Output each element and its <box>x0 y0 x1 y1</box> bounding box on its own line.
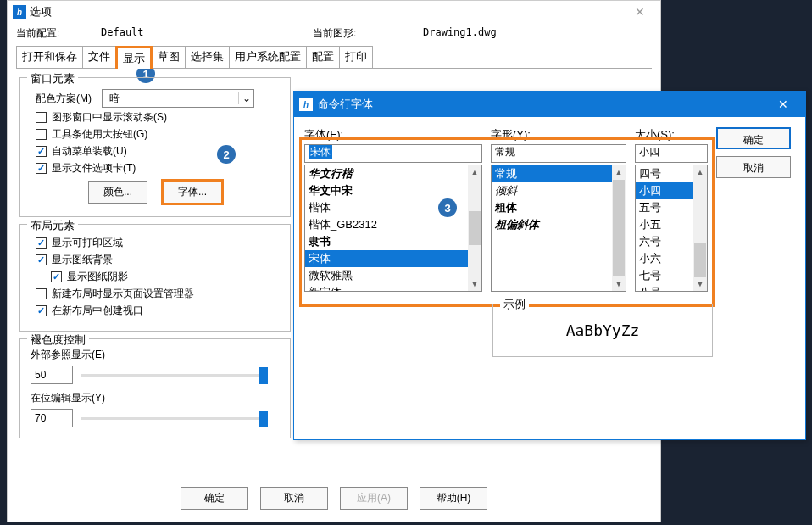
config-value: Default <box>101 26 313 41</box>
style-listbox[interactable]: 常规 倾斜 粗体 粗偏斜体 ▲▼ <box>491 165 626 292</box>
color-scheme-value: 暗 <box>103 92 238 106</box>
list-item[interactable]: 华文行楷 <box>305 165 468 182</box>
font-dialog: h 命令行字体 ✕ 3 字体(F): 宋体 华文行楷 华文中宋 楷体 楷体_GB… <box>293 91 806 440</box>
list-item[interactable]: 倾斜 <box>492 182 612 199</box>
viewport-label: 在新布局中创建视口 <box>52 304 143 318</box>
fade-inplace-input[interactable] <box>31 409 73 427</box>
scrollbar[interactable]: ▲▼ <box>468 165 481 291</box>
pagesetup-label: 新建布局时显示页面设置管理器 <box>52 287 194 301</box>
size-label: 大小(S): <box>635 127 708 142</box>
list-item[interactable]: 隶书 <box>305 233 468 250</box>
size-listbox[interactable]: 四号 小四 五号 小五 六号 小六 七号 八号 ▲▼ <box>635 165 708 292</box>
drawing-value: Drawing1.dwg <box>423 26 497 41</box>
fade-inplace-slider[interactable] <box>81 417 268 420</box>
list-item[interactable]: 微软雅黑 <box>305 267 468 284</box>
list-item[interactable]: 七号 <box>636 267 693 284</box>
style-label: 字形(Y): <box>491 127 626 142</box>
color-button[interactable]: 颜色... <box>88 181 147 204</box>
printable-checkbox[interactable] <box>36 237 47 249</box>
layout-group-title: 布局元素 <box>27 218 78 233</box>
config-row: 当前配置: Default 当前图形: Drawing1.dwg <box>8 23 660 46</box>
callout-2: 2 <box>217 145 236 164</box>
font-label: 字体(F): <box>304 127 482 142</box>
fade-xref-slider[interactable] <box>81 374 268 377</box>
paperbg-checkbox[interactable] <box>36 254 47 265</box>
font-dialog-title: 命令行字体 <box>318 97 766 112</box>
list-item[interactable]: 六号 <box>636 233 693 250</box>
list-item[interactable]: 楷体_GB2312 <box>305 216 468 233</box>
style-input[interactable]: 常规 <box>491 144 626 163</box>
automenu-label: 自动菜单装载(U) <box>52 144 127 159</box>
callout-3: 3 <box>438 198 457 217</box>
scrollbar-checkbox[interactable] <box>36 112 47 123</box>
fade-xref-label: 外部参照显示(E) <box>31 348 280 362</box>
tab-print[interactable]: 打印 <box>339 46 373 69</box>
fade-control-group: 褪色度控制 外部参照显示(E) 在位编辑显示(Y) <box>19 338 291 438</box>
list-item[interactable]: 华文中宋 <box>305 182 468 199</box>
options-titlebar: h 选项 ✕ <box>8 1 660 23</box>
sample-group: 示例 AaBbYyZz <box>492 304 713 357</box>
close-icon[interactable]: ✕ <box>766 98 800 111</box>
help-button[interactable]: 帮助(H) <box>420 487 487 510</box>
tab-open-save[interactable]: 打开和保存 <box>16 46 83 69</box>
bigbtn-checkbox[interactable] <box>36 129 47 140</box>
fade-xref-input[interactable] <box>31 366 73 384</box>
tab-user[interactable]: 用户系统配置 <box>229 46 307 69</box>
app-icon: h <box>299 98 313 111</box>
window-group-title: 窗口元素 <box>27 71 78 87</box>
papershadow-checkbox[interactable] <box>51 271 62 282</box>
font-titlebar: h 命令行字体 ✕ <box>294 92 805 117</box>
apply-button[interactable]: 应用(A) <box>340 487 408 510</box>
size-input[interactable]: 小四 <box>635 144 708 163</box>
list-item[interactable]: 小五 <box>636 216 693 233</box>
close-icon[interactable]: ✕ <box>625 5 655 19</box>
tab-files[interactable]: 文件 <box>82 46 116 69</box>
viewport-checkbox[interactable] <box>36 305 47 316</box>
font-button[interactable]: 字体... <box>163 181 222 204</box>
drawing-label: 当前图形: <box>313 26 423 41</box>
config-label: 当前配置: <box>16 26 101 41</box>
tab-config[interactable]: 配置 <box>306 46 340 69</box>
tab-sketch[interactable]: 草图 <box>152 46 186 69</box>
list-item[interactable]: 常规 <box>492 165 612 182</box>
printable-label: 显示可打印区域 <box>52 236 123 250</box>
list-item[interactable]: 小六 <box>636 250 693 267</box>
cancel-button[interactable]: 取消 <box>260 487 328 510</box>
tab-display[interactable]: 显示 <box>115 46 153 69</box>
pagesetup-checkbox[interactable] <box>36 288 47 299</box>
fade-group-title: 褪色度控制 <box>27 332 89 348</box>
list-item[interactable]: 粗体 <box>492 199 612 216</box>
list-item[interactable]: 五号 <box>636 199 693 216</box>
fade-inplace-label: 在位编辑显示(Y) <box>31 391 280 405</box>
font-input[interactable]: 宋体 <box>304 144 482 163</box>
list-item[interactable]: 四号 <box>636 165 693 182</box>
color-scheme-combo[interactable]: 暗 ⌄ <box>102 89 254 108</box>
window-elements-group: 窗口元素 配色方案(M) 暗 ⌄ 图形窗口中显示滚动条(S) 工具条使用大按钮(… <box>19 77 291 217</box>
list-item[interactable]: 小四 <box>636 182 693 199</box>
list-item[interactable]: 宋体 <box>305 250 468 267</box>
font-cancel-button[interactable]: 取消 <box>716 156 791 178</box>
list-item[interactable]: 粗偏斜体 <box>492 216 612 233</box>
sample-text: AaBbYyZz <box>503 321 702 339</box>
chevron-down-icon: ⌄ <box>238 92 253 104</box>
filetabs-label: 显示文件选项卡(T) <box>52 161 136 176</box>
color-scheme-label: 配色方案(M) <box>36 92 102 106</box>
options-title: 选项 <box>30 4 625 20</box>
list-item[interactable]: 八号 <box>636 284 693 291</box>
scrollbar[interactable]: ▲▼ <box>693 165 707 291</box>
automenu-checkbox[interactable] <box>36 146 47 157</box>
dialog-buttons: 确定 取消 应用(A) 帮助(H) <box>8 480 660 517</box>
font-ok-button[interactable]: 确定 <box>716 127 791 149</box>
sample-label: 示例 <box>500 297 529 312</box>
tab-selection[interactable]: 选择集 <box>185 46 230 69</box>
paperbg-label: 显示图纸背景 <box>52 253 113 267</box>
ok-button[interactable]: 确定 <box>181 487 248 510</box>
list-item[interactable]: 新宋体 <box>305 284 468 291</box>
filetabs-checkbox[interactable] <box>36 163 47 174</box>
scrollbar[interactable]: ▲▼ <box>612 165 626 291</box>
tabs: 打开和保存 文件 显示 草图 选择集 用户系统配置 配置 打印 1 <box>8 46 660 69</box>
scrollbar-label: 图形窗口中显示滚动条(S) <box>52 110 167 125</box>
layout-elements-group: 布局元素 显示可打印区域 显示图纸背景 显示图纸阴影 新建布局时显示页面设置管理… <box>19 224 291 332</box>
font-listbox[interactable]: 华文行楷 华文中宋 楷体 楷体_GB2312 隶书 宋体 微软雅黑 新宋体 ▲▼ <box>304 165 482 292</box>
bigbtn-label: 工具条使用大按钮(G) <box>52 127 147 142</box>
